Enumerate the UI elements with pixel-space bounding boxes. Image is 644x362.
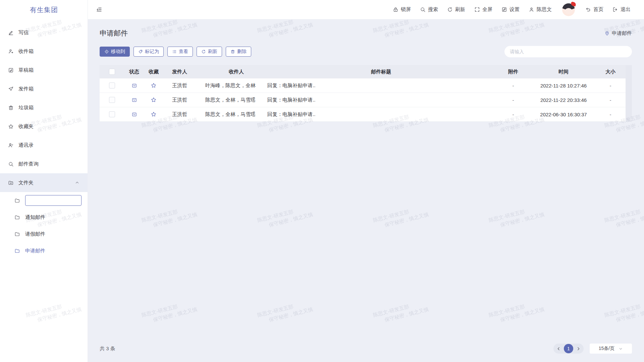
logout-button[interactable]: 退出 (612, 6, 631, 13)
table-row[interactable]: 王洪哲 陈思文，全林，马雪瑶 回复：电脑补贴申请.. - 2022-11-22 … (100, 93, 626, 107)
logout-label: 退出 (621, 6, 631, 13)
cell-recipient: 叶海峰，陈思文，全林 (205, 82, 267, 89)
sidebar-item-inbox[interactable]: 收件箱 (0, 42, 88, 61)
location-pin-icon (604, 31, 610, 36)
edit-square-icon (501, 7, 507, 12)
sidebar-item-label: 收件箱 (18, 48, 34, 55)
fullscreen-label: 全屏 (482, 6, 492, 13)
select-all-checkbox[interactable] (109, 69, 115, 75)
row-checkbox[interactable] (109, 82, 115, 88)
folder-icon (14, 231, 20, 237)
move-icon (104, 49, 109, 54)
col-header-size: 大小 (595, 69, 626, 75)
col-header-time: 时间 (532, 69, 595, 75)
sidebar-item-compose[interactable]: 写信 (0, 23, 88, 42)
folder-item-notify[interactable]: 通知邮件 (0, 209, 88, 226)
cell-sender: 王洪哲 (163, 97, 205, 103)
topbar: 锁屏 搜索 刷新 全屏 设置 (88, 0, 644, 19)
cell-time: 2022-11-22 20:33:46 (532, 97, 595, 103)
mail-table: 状态 收藏 发件人 收件人 邮件标题 附件 时间 大小 王洪哲 (100, 65, 632, 122)
sidebar-item-label: 写信 (18, 29, 29, 36)
table-row[interactable]: 王洪哲 陈思文，全林，马雪瑶 回复：电脑补贴申请.. - 2022-06-30 … (100, 107, 626, 122)
refresh-button[interactable]: 刷新 (447, 6, 465, 13)
sidebar-item-drafts[interactable]: 草稿箱 (0, 61, 88, 79)
row-checkbox[interactable] (109, 111, 115, 117)
sidebar-item-label: 文件夹 (18, 180, 34, 186)
username-label: 陈思文 (537, 6, 552, 13)
tag-icon (138, 49, 143, 54)
rollback-icon (585, 7, 591, 12)
cell-recipient: 陈思文，全林，马雪瑶 (205, 111, 267, 118)
star-icon[interactable] (151, 97, 157, 103)
cell-time: 2022-11-28 10:27:46 (532, 83, 595, 88)
folder-item-apply[interactable]: 申请邮件 (0, 242, 88, 259)
folder-item-leave[interactable]: 请假邮件 (0, 226, 88, 242)
chevron-up-icon[interactable] (75, 180, 79, 185)
cell-recipient: 陈思文，全林，马雪瑶 (205, 97, 267, 103)
pencil-icon (8, 30, 14, 36)
view-button[interactable]: 查看 (167, 47, 193, 57)
cell-size: - (595, 97, 626, 103)
collapse-sidebar-button[interactable] (96, 6, 102, 13)
sidebar-item-favorites[interactable]: 收藏夹 (0, 117, 88, 136)
sidebar-item-label: 通讯录 (18, 142, 34, 148)
settings-button[interactable]: 设置 (501, 6, 520, 13)
refresh-list-label: 刷新 (208, 49, 217, 55)
move-to-button[interactable]: 移动到 (100, 47, 130, 57)
avatar[interactable] (562, 3, 575, 16)
cell-attachment: - (495, 83, 532, 88)
page-title: 申请邮件 (100, 28, 128, 38)
next-page-button[interactable] (576, 347, 581, 351)
content-spacer (100, 122, 632, 341)
user-menu[interactable]: 陈思文 (529, 6, 552, 13)
current-page-button[interactable]: 1 (564, 344, 573, 353)
fullscreen-icon (474, 7, 480, 12)
home-button[interactable]: 首页 (585, 6, 603, 13)
sidebar-item-label: 垃圾箱 (18, 105, 34, 111)
table-row[interactable]: 王洪哲 叶海峰，陈思文，全林 回复：电脑补贴申请.. - 2022-11-28 … (100, 78, 626, 93)
breadcrumb[interactable]: 申请邮件 (604, 30, 632, 37)
mark-as-button[interactable]: 标记为 (133, 47, 164, 57)
star-icon[interactable] (151, 82, 157, 88)
row-checkbox[interactable] (109, 97, 115, 103)
search-icon (8, 161, 14, 167)
folder-icon (14, 248, 20, 254)
logout-icon (612, 7, 618, 12)
page-size-value: 15条/页 (599, 346, 614, 352)
list-search-input[interactable] (504, 46, 632, 57)
cell-size: - (595, 112, 626, 117)
prev-page-button[interactable] (556, 347, 561, 351)
menu-fold-icon (96, 6, 102, 13)
sidebar-item-sent[interactable]: 发件箱 (0, 79, 88, 98)
cell-sender: 王洪哲 (163, 82, 205, 89)
folder-item-label: 申请邮件 (25, 248, 45, 254)
lock-screen-label: 锁屏 (401, 6, 411, 13)
fullscreen-button[interactable]: 全屏 (474, 6, 492, 13)
person-icon (529, 7, 534, 12)
delete-button[interactable]: 删除 (226, 47, 251, 57)
sidebar-item-contacts[interactable]: 通讯录 (0, 136, 88, 155)
sidebar-item-label: 草稿箱 (18, 67, 34, 73)
table-header-row: 状态 收藏 发件人 收件人 邮件标题 附件 时间 大小 (100, 65, 626, 78)
lock-screen-button[interactable]: 锁屏 (393, 6, 411, 13)
mail-table-inner: 状态 收藏 发件人 收件人 邮件标题 附件 时间 大小 王洪哲 (100, 65, 626, 122)
cell-size: - (595, 83, 626, 88)
star-icon[interactable] (151, 111, 157, 117)
search-button[interactable]: 搜索 (420, 6, 438, 13)
sidebar-item-folders[interactable]: 文件夹 (0, 173, 88, 192)
new-folder-row (0, 192, 88, 209)
footer: 共 3 条 1 15条/页 (100, 341, 632, 362)
search-label: 搜索 (428, 6, 438, 13)
page-size-select[interactable]: 15条/页 (590, 344, 632, 354)
sidebar-item-mail-search[interactable]: 邮件查询 (0, 155, 88, 173)
person-receive-icon (8, 49, 14, 54)
view-label: 查看 (179, 49, 188, 55)
chevron-right-icon (576, 347, 581, 351)
brand-logo: 有生集团 (30, 5, 88, 14)
sidebar-item-trash[interactable]: 垃圾箱 (0, 98, 88, 117)
table-scrollbar-gutter[interactable] (626, 65, 632, 122)
new-folder-input[interactable] (25, 195, 82, 206)
list-icon (172, 49, 177, 54)
cell-attachment: - (495, 112, 532, 117)
refresh-list-button[interactable]: 刷新 (197, 47, 222, 57)
